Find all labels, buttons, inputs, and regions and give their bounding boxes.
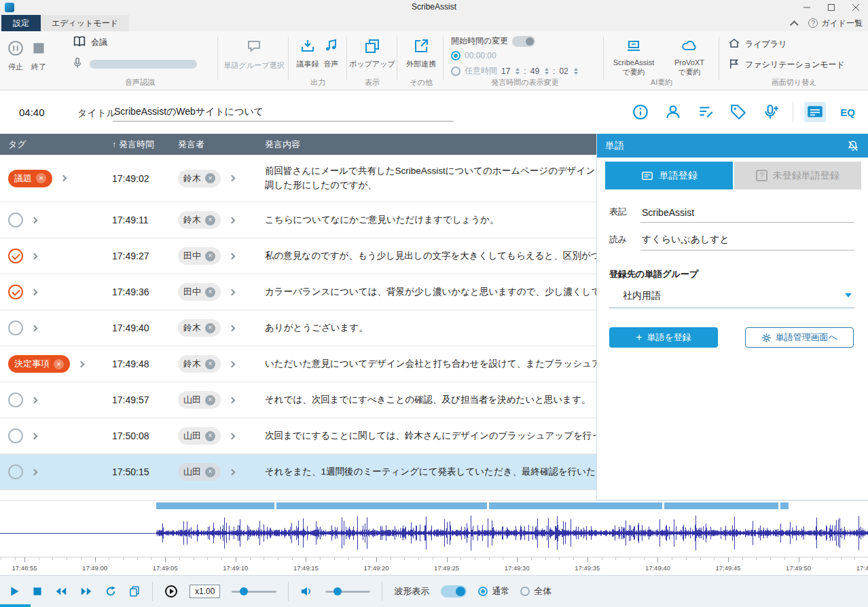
title-input[interactable]: ScribeAssistのWebサイトについて bbox=[113, 104, 454, 122]
library-button[interactable]: ライブラリ bbox=[728, 37, 786, 52]
tag-badge[interactable]: 決定事項× bbox=[8, 355, 70, 373]
col-speaker[interactable]: 発言者 bbox=[178, 139, 265, 151]
fast-forward-button[interactable] bbox=[79, 586, 93, 597]
register-word-button[interactable]: + 単語を登録 bbox=[609, 327, 718, 348]
tag-circle-icon[interactable] bbox=[8, 213, 23, 227]
start-time-toggle[interactable] bbox=[512, 36, 535, 47]
tag-circle-icon[interactable] bbox=[8, 464, 23, 479]
audio-segment[interactable] bbox=[489, 502, 662, 509]
waveform-toggle[interactable] bbox=[441, 585, 467, 597]
expand-chevron-icon[interactable] bbox=[31, 433, 38, 439]
waveform-canvas[interactable] bbox=[0, 509, 868, 557]
tag-circle-icon[interactable] bbox=[8, 320, 23, 335]
remove-tag-icon[interactable]: × bbox=[54, 359, 64, 369]
normal-radio-option[interactable]: 通常 bbox=[478, 585, 509, 597]
remove-speaker-icon[interactable]: × bbox=[205, 215, 215, 225]
expand-chevron-icon[interactable] bbox=[31, 289, 38, 295]
tab-unregistered-words[interactable]: ? 未登録単語登録 bbox=[734, 162, 862, 189]
time-second[interactable]: 02 bbox=[559, 67, 568, 76]
stop-button[interactable]: 停止 bbox=[7, 39, 24, 90]
any-time-radio[interactable] bbox=[451, 67, 460, 76]
speed-value[interactable]: x1.00 bbox=[189, 585, 220, 598]
col-time[interactable]: ↑発言時間 bbox=[112, 139, 178, 151]
close-icon[interactable] bbox=[844, 0, 868, 15]
remove-speaker-icon[interactable]: × bbox=[205, 287, 215, 297]
speed-slider[interactable] bbox=[232, 591, 276, 593]
notification-off-icon[interactable] bbox=[846, 139, 860, 153]
timeline[interactable]: 17:48:5517:49:0017:49:0517:49:1017:49:15… bbox=[0, 557, 868, 576]
time-minute[interactable]: 49 bbox=[530, 67, 539, 76]
audio-export-button[interactable]: 音声 bbox=[323, 38, 340, 69]
speaker-chevron-icon[interactable] bbox=[229, 253, 236, 259]
audio-segment[interactable] bbox=[156, 502, 274, 509]
hour-stepper[interactable] bbox=[516, 68, 520, 75]
speaker-chevron-icon[interactable] bbox=[229, 361, 236, 367]
collapse-ribbon-icon[interactable] bbox=[790, 20, 799, 29]
speaker-chevron-icon[interactable] bbox=[229, 468, 236, 475]
col-content[interactable]: 発言内容 bbox=[265, 139, 596, 151]
word-manage-button[interactable]: 単語管理画面へ bbox=[745, 327, 854, 348]
tag-circle-icon[interactable] bbox=[8, 428, 23, 443]
whole-radio[interactable] bbox=[520, 587, 530, 596]
maximize-icon[interactable] bbox=[819, 0, 844, 15]
speed-slider-thumb[interactable] bbox=[240, 587, 248, 595]
expand-chevron-icon[interactable] bbox=[31, 397, 38, 403]
remove-speaker-icon[interactable]: × bbox=[205, 323, 215, 333]
remove-speaker-icon[interactable]: × bbox=[205, 467, 215, 477]
minute-stepper[interactable] bbox=[545, 68, 549, 75]
expand-chevron-icon[interactable] bbox=[31, 468, 38, 475]
search-eq-icon[interactable]: EQ bbox=[837, 102, 858, 122]
expand-chevron-icon[interactable] bbox=[31, 253, 38, 259]
info-icon[interactable] bbox=[630, 102, 651, 122]
speaker-chevron-icon[interactable] bbox=[229, 175, 236, 182]
play-button[interactable] bbox=[10, 585, 20, 597]
tag-badge[interactable]: 議題× bbox=[8, 170, 52, 187]
remove-speaker-icon[interactable]: × bbox=[205, 395, 215, 405]
word-group-select-button[interactable]: 単語グループ選択 bbox=[223, 31, 285, 90]
remove-speaker-icon[interactable]: × bbox=[205, 251, 215, 261]
reading-input[interactable]: すくらいぶあしすと bbox=[640, 234, 854, 251]
speaker-pill[interactable]: 鈴木× bbox=[178, 355, 221, 373]
remove-tag-icon[interactable]: × bbox=[36, 173, 46, 183]
speaker-chevron-icon[interactable] bbox=[229, 217, 236, 223]
check-icon[interactable] bbox=[8, 284, 23, 299]
repeat-icon[interactable] bbox=[105, 585, 117, 597]
stop-playback-button[interactable] bbox=[32, 586, 43, 597]
check-icon[interactable] bbox=[8, 249, 23, 263]
speaker-chevron-icon[interactable] bbox=[229, 325, 236, 331]
word-group-dropdown[interactable]: 社内用語 bbox=[609, 287, 854, 308]
guide-list-button[interactable]: ? ガイド一覧 bbox=[808, 18, 863, 29]
minutes-button[interactable]: 議事録 bbox=[297, 38, 319, 69]
speaker-edit-icon[interactable] bbox=[662, 102, 684, 122]
speaker-pill[interactable]: 鈴木× bbox=[178, 319, 221, 337]
normal-radio[interactable] bbox=[478, 587, 488, 596]
remove-speaker-icon[interactable]: × bbox=[205, 173, 215, 183]
speed-dial-icon[interactable] bbox=[164, 585, 178, 598]
rewind-button[interactable] bbox=[54, 586, 68, 597]
time-hour[interactable]: 17 bbox=[501, 67, 510, 76]
copy-icon[interactable] bbox=[128, 585, 141, 597]
time-zero-radio[interactable] bbox=[451, 51, 460, 60]
meeting-select[interactable]: 会議 bbox=[72, 34, 107, 51]
facilitation-mode-button[interactable]: ファシリテーションモード bbox=[728, 58, 845, 72]
expand-chevron-icon[interactable] bbox=[31, 217, 38, 223]
second-stepper[interactable] bbox=[574, 68, 578, 75]
remove-speaker-icon[interactable]: × bbox=[205, 359, 215, 369]
speaker-pill[interactable]: 山田× bbox=[178, 427, 221, 445]
provoxt-summary-button[interactable]: ProVoXT で要約 bbox=[663, 38, 716, 77]
scribeassist-summary-button[interactable]: ScribeAssist で要約 bbox=[607, 38, 660, 77]
external-link-button[interactable]: 外部連携 bbox=[406, 38, 436, 69]
tag-circle-icon[interactable] bbox=[8, 392, 23, 407]
minimize-icon[interactable] bbox=[795, 0, 819, 15]
audio-segment[interactable] bbox=[780, 502, 789, 509]
speaker-pill[interactable]: 鈴木× bbox=[178, 211, 221, 229]
tab-edit-mode[interactable]: エディットモード bbox=[41, 15, 129, 31]
speaker-chevron-icon[interactable] bbox=[229, 433, 236, 439]
end-button[interactable]: 終了 bbox=[30, 39, 48, 90]
col-tag[interactable]: タグ bbox=[0, 139, 112, 151]
volume-slider-thumb[interactable] bbox=[333, 587, 342, 595]
notation-input[interactable]: ScribeAssist bbox=[640, 207, 854, 223]
volume-slider[interactable] bbox=[325, 591, 370, 593]
expand-chevron-icon[interactable] bbox=[60, 175, 67, 182]
speaker-chevron-icon[interactable] bbox=[229, 397, 236, 403]
